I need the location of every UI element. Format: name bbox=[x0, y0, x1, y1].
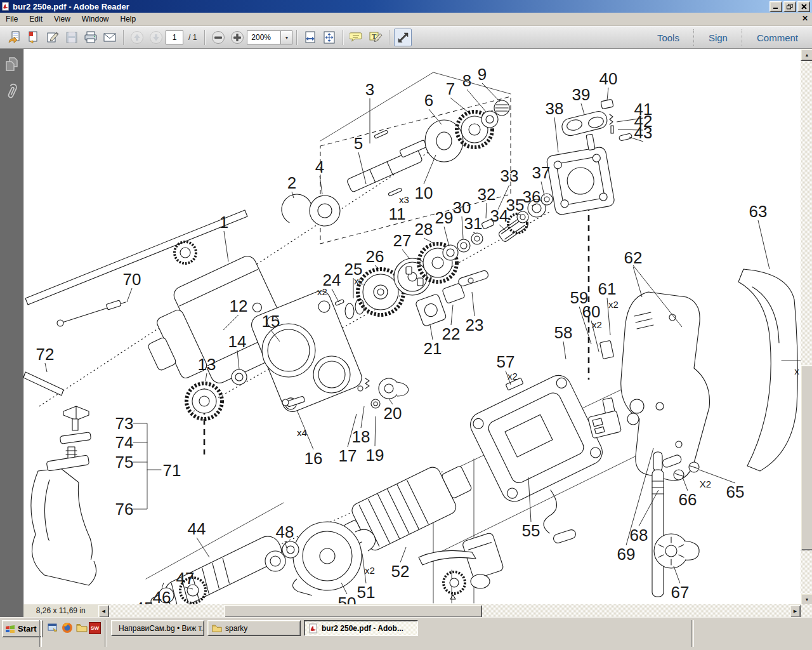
scroll-up-button[interactable]: ▲ bbox=[801, 49, 812, 61]
firefox-quicklaunch-icon[interactable] bbox=[62, 622, 73, 633]
tools-panel-button[interactable]: Tools bbox=[643, 32, 693, 43]
part-number-label: 65 bbox=[726, 482, 745, 501]
attachments-paperclip-icon[interactable] bbox=[4, 82, 18, 101]
print-button[interactable] bbox=[82, 29, 100, 46]
part-number-label: 68 bbox=[630, 526, 648, 545]
horizontal-scroll-track[interactable] bbox=[109, 604, 225, 617]
page-thumbnails-icon[interactable] bbox=[4, 56, 18, 73]
create-pdf-button[interactable] bbox=[25, 29, 43, 46]
taskbar-button-pdf[interactable]: bur2 250e.pdf - Adob... bbox=[304, 620, 418, 636]
next-page-button[interactable] bbox=[147, 29, 165, 46]
part-number-label: x2 bbox=[317, 286, 327, 297]
restore-button[interactable] bbox=[783, 1, 796, 12]
menu-edit[interactable]: Edit bbox=[23, 13, 48, 25]
save-button[interactable] bbox=[63, 29, 81, 46]
open-button[interactable] bbox=[6, 29, 23, 46]
leader-line bbox=[402, 249, 410, 259]
part-number-label: 67 bbox=[671, 583, 690, 602]
part-number-label: 21 bbox=[424, 339, 442, 358]
part-number-label: 40 bbox=[599, 69, 618, 88]
leader-line bbox=[563, 342, 566, 359]
leader-line bbox=[45, 363, 47, 372]
part-number-label: 12 bbox=[230, 296, 248, 315]
zoom-out-button[interactable] bbox=[209, 29, 227, 46]
leader-line bbox=[607, 88, 608, 100]
title-bar: bur2 250e.pdf - Adobe Reader bbox=[0, 0, 812, 13]
part-number-label: 71 bbox=[163, 461, 181, 480]
fit-page-button[interactable] bbox=[320, 29, 338, 46]
part-number-label: 61 bbox=[598, 279, 617, 298]
highlight-text-button[interactable]: T bbox=[367, 29, 384, 46]
menu-help[interactable]: Help bbox=[115, 13, 142, 25]
pdf-page[interactable]: 1234567891011x31213141516x41718192021222… bbox=[23, 49, 801, 604]
leader-line bbox=[683, 477, 688, 491]
part-number-label: 7 bbox=[446, 79, 455, 98]
part-number-label: 60 bbox=[582, 302, 601, 321]
part-number-label: 47 bbox=[176, 569, 195, 588]
minimize-button[interactable] bbox=[769, 1, 782, 12]
part-number-label: 18 bbox=[352, 427, 370, 446]
part-number-label: 55 bbox=[522, 521, 540, 540]
horizontal-scroll-thumb[interactable] bbox=[224, 605, 482, 618]
part-number-label: 31 bbox=[464, 214, 483, 233]
part-number-label: 22 bbox=[442, 324, 461, 343]
scroll-right-button[interactable]: ▶ bbox=[790, 605, 801, 618]
part-number-label: x4 bbox=[297, 427, 307, 438]
menu-window[interactable]: Window bbox=[76, 13, 115, 25]
leader-line bbox=[424, 238, 435, 244]
part-number-label: x bbox=[794, 366, 799, 376]
start-button[interactable]: Start bbox=[2, 620, 43, 637]
part-number-label: 33 bbox=[501, 166, 519, 185]
zoom-dropdown-button[interactable]: ▼ bbox=[281, 30, 292, 44]
part-number-label: 73 bbox=[115, 414, 134, 433]
sign-pen-button[interactable] bbox=[44, 29, 62, 46]
sign-panel-button[interactable]: Sign bbox=[695, 32, 742, 43]
comment-panel-button[interactable]: Comment bbox=[743, 32, 812, 43]
folder-quicklaunch-icon[interactable] bbox=[76, 622, 88, 633]
folder-icon bbox=[212, 623, 222, 633]
taskbar-button-sparky-folder[interactable]: sparky bbox=[207, 620, 301, 636]
part-number-label: 17 bbox=[339, 446, 357, 465]
close-document-icon[interactable]: ✕ bbox=[802, 14, 808, 23]
taskbar-button-firefox[interactable]: НаправиСам.bg • Виж т... bbox=[111, 620, 204, 636]
part-number-label: x2 bbox=[365, 565, 375, 576]
part-number-label: x2 bbox=[592, 319, 602, 330]
leader-line bbox=[486, 203, 487, 218]
leader-line bbox=[430, 325, 433, 340]
close-button[interactable] bbox=[797, 1, 810, 12]
email-button[interactable] bbox=[101, 29, 119, 46]
vertical-scroll-thumb[interactable] bbox=[801, 365, 812, 550]
exploded-parts-diagram: 1234567891011x31213141516x41718192021222… bbox=[23, 49, 801, 604]
solidworks-icon[interactable]: SW bbox=[89, 622, 101, 634]
vertical-scrollbar[interactable]: ▲ ▼ bbox=[801, 49, 812, 604]
show-desktop-icon[interactable] bbox=[47, 622, 58, 633]
windows-logo-icon bbox=[5, 625, 15, 633]
part-number-label: 8 bbox=[462, 71, 471, 90]
part-number-label: 3 bbox=[365, 80, 374, 99]
part-number-label: 4 bbox=[315, 157, 324, 176]
menu-file[interactable]: File bbox=[0, 13, 23, 25]
menu-view[interactable]: View bbox=[48, 13, 76, 25]
leader-line bbox=[424, 155, 436, 184]
previous-page-button[interactable] bbox=[128, 29, 146, 46]
part-number-label: 26 bbox=[366, 247, 384, 266]
horizontal-scroll-track[interactable] bbox=[482, 604, 790, 617]
comment-bubble-button[interactable] bbox=[348, 29, 365, 46]
fullscreen-mode-button[interactable] bbox=[394, 29, 412, 46]
zoom-level-input[interactable]: 200% bbox=[247, 30, 281, 44]
leader-line bbox=[451, 305, 453, 325]
leader-line bbox=[541, 182, 544, 196]
scroll-left-button[interactable]: ◀ bbox=[98, 605, 109, 618]
part-number-label: 14 bbox=[228, 332, 247, 351]
fit-width-button[interactable] bbox=[301, 29, 319, 46]
zoom-in-button[interactable] bbox=[228, 29, 246, 46]
leader-line bbox=[375, 416, 376, 446]
pdf-icon bbox=[308, 623, 318, 633]
part-number-label: 29 bbox=[435, 208, 454, 227]
page-total-label: / 1 bbox=[188, 33, 197, 42]
part-number-label: 16 bbox=[304, 449, 323, 468]
navigation-pane bbox=[0, 49, 23, 604]
leader-line bbox=[197, 538, 209, 557]
start-label: Start bbox=[18, 624, 37, 633]
page-number-input[interactable]: 1 bbox=[166, 30, 183, 44]
